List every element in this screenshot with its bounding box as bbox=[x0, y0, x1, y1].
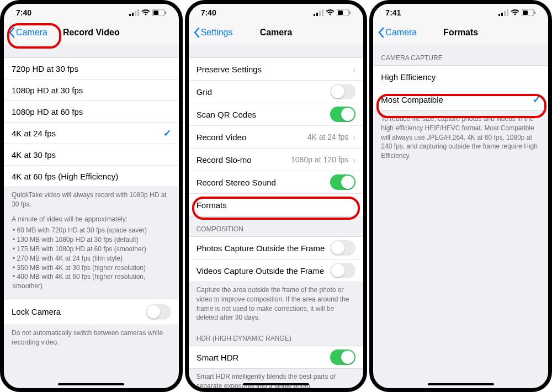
video-option-row[interactable]: 720p HD at 30 fps bbox=[4, 58, 179, 79]
format-option-row[interactable]: Most Compatible✓ bbox=[373, 88, 548, 110]
lock-camera-row[interactable]: Lock Camera bbox=[4, 299, 179, 325]
video-option-row[interactable]: 1080p HD at 60 fps bbox=[4, 100, 179, 122]
lock-camera-group: Lock Camera bbox=[4, 299, 179, 325]
svg-rect-7 bbox=[314, 14, 315, 16]
home-indicator[interactable] bbox=[428, 383, 494, 385]
chevron-left-icon bbox=[378, 27, 384, 38]
chevron-right-icon: › bbox=[353, 133, 355, 142]
svg-rect-0 bbox=[129, 14, 131, 16]
preserve-settings-row[interactable]: Preserve Settings › bbox=[189, 58, 364, 80]
content: CAMERA CAPTURE High EfficiencyMost Compa… bbox=[373, 45, 548, 388]
formats-row[interactable]: Formats › bbox=[189, 193, 364, 216]
home-indicator[interactable] bbox=[58, 383, 124, 385]
smart-hdr-row[interactable]: Smart HDR bbox=[189, 346, 364, 368]
content: Preserve Settings › Grid Scan QR Codes R… bbox=[189, 45, 364, 388]
row-value: 4K at 24 fps bbox=[307, 133, 349, 141]
option-label: 4K at 30 fps bbox=[12, 150, 56, 160]
format-option-row[interactable]: High Efficiency bbox=[373, 66, 548, 88]
row-label: Record Slo-mo bbox=[197, 155, 252, 165]
video-option-row[interactable]: 1080p HD at 30 fps bbox=[4, 79, 179, 100]
wifi-icon bbox=[511, 9, 519, 16]
grid-toggle[interactable] bbox=[330, 84, 355, 99]
videos-outside-row[interactable]: Videos Capture Outside the Frame bbox=[189, 259, 364, 282]
svg-rect-10 bbox=[322, 9, 323, 16]
option-label: 4K at 24 fps bbox=[12, 129, 56, 138]
row-label: Grid bbox=[197, 87, 212, 97]
option-label: High Efficiency bbox=[381, 72, 436, 82]
back-button[interactable]: Settings bbox=[193, 20, 233, 45]
battery-icon bbox=[152, 9, 167, 16]
composition-header: COMPOSITION bbox=[189, 216, 364, 236]
composition-group: Photos Capture Outside the Frame Videos … bbox=[189, 236, 364, 282]
lock-camera-footer: Do not automatically switch between came… bbox=[4, 325, 179, 351]
back-button[interactable]: Camera bbox=[378, 20, 417, 45]
stereo-sound-row[interactable]: Record Stereo Sound bbox=[189, 171, 364, 193]
checkmark-icon: ✓ bbox=[533, 94, 540, 105]
home-indicator[interactable] bbox=[243, 383, 309, 385]
back-label: Settings bbox=[201, 28, 233, 38]
composition-footer: Capture the area outside the frame of th… bbox=[189, 282, 364, 326]
grid-row[interactable]: Grid bbox=[189, 80, 364, 103]
svg-rect-9 bbox=[319, 11, 321, 16]
status-icons bbox=[498, 9, 536, 16]
smart-hdr-toggle[interactable] bbox=[330, 349, 355, 365]
status-time: 7:40 bbox=[16, 8, 31, 17]
row-label: Scan QR Codes bbox=[197, 110, 256, 119]
video-option-row[interactable]: 4K at 60 fps (High Efficiency) bbox=[4, 165, 179, 187]
row-label: Photos Capture Outside the Frame bbox=[197, 243, 325, 253]
svg-rect-5 bbox=[153, 10, 158, 15]
footer-bullet: 350 MB with 4K at 30 fps (higher resolut… bbox=[13, 263, 171, 273]
chevron-right-icon: › bbox=[353, 155, 355, 165]
signal-icon bbox=[498, 9, 508, 16]
option-label: 4K at 60 fps (High Efficiency) bbox=[12, 172, 118, 181]
back-button[interactable]: Camera bbox=[8, 20, 47, 45]
nav-bar: Camera Formats bbox=[373, 20, 548, 45]
phone-camera-settings: 7:40 Settings Camera Preserve Settings ›… bbox=[185, 0, 368, 392]
svg-rect-13 bbox=[349, 12, 351, 14]
row-label: Smart HDR bbox=[197, 353, 239, 362]
chevron-left-icon bbox=[193, 27, 200, 38]
status-bar: 7:40 bbox=[189, 4, 364, 20]
format-options-group: High EfficiencyMost Compatible✓ bbox=[373, 65, 548, 111]
video-option-row[interactable]: 4K at 30 fps bbox=[4, 144, 179, 165]
option-label: 1080p HD at 60 fps bbox=[12, 107, 83, 116]
phone-record-video: 7:40 Camera Record Video 720p HD at 30 f… bbox=[0, 0, 183, 392]
svg-rect-12 bbox=[338, 10, 343, 15]
svg-rect-16 bbox=[504, 11, 506, 16]
video-options-group: 720p HD at 30 fps1080p HD at 30 fps1080p… bbox=[4, 57, 179, 187]
nav-title: Record Video bbox=[63, 28, 120, 38]
row-value: 1080p at 120 fps bbox=[291, 155, 348, 164]
wifi-icon bbox=[141, 9, 150, 16]
photos-outside-toggle[interactable] bbox=[330, 240, 355, 256]
video-option-row[interactable]: 4K at 24 fps✓ bbox=[4, 122, 179, 144]
lock-camera-toggle[interactable] bbox=[146, 304, 171, 320]
row-label: Preserve Settings bbox=[197, 65, 262, 74]
scan-qr-toggle[interactable] bbox=[330, 107, 355, 122]
battery-icon bbox=[522, 9, 536, 16]
status-bar: 7:40 bbox=[4, 4, 179, 20]
nav-bar: Settings Camera bbox=[189, 20, 364, 45]
scan-qr-row[interactable]: Scan QR Codes bbox=[189, 103, 364, 125]
footer-bullet: 400 MB with 4K at 60 fps (higher resolut… bbox=[13, 272, 171, 291]
chevron-right-icon: › bbox=[353, 200, 355, 210]
content: 720p HD at 30 fps1080p HD at 30 fps1080p… bbox=[4, 45, 179, 388]
chevron-right-icon: › bbox=[353, 65, 355, 74]
footer-bullet: 175 MB with 1080p HD at 60 fps (smoother… bbox=[13, 245, 171, 254]
option-label: Most Compatible bbox=[381, 95, 443, 104]
record-slomo-row[interactable]: Record Slo-mo 1080p at 120 fps› bbox=[189, 148, 364, 171]
nav-title: Formats bbox=[443, 28, 478, 38]
videos-outside-toggle[interactable] bbox=[330, 263, 355, 278]
svg-rect-2 bbox=[135, 11, 136, 16]
record-video-row[interactable]: Record Video 4K at 24 fps› bbox=[189, 125, 364, 148]
lock-camera-label: Lock Camera bbox=[12, 307, 61, 316]
option-label: 720p HD at 30 fps bbox=[12, 64, 78, 73]
formats-footer: To reduce file size, capture photos and … bbox=[373, 111, 548, 164]
main-settings-group: Preserve Settings › Grid Scan QR Codes R… bbox=[189, 57, 364, 216]
row-label: Record Stereo Sound bbox=[197, 178, 276, 187]
photos-outside-row[interactable]: Photos Capture Outside the Frame bbox=[189, 237, 364, 259]
footer-bullet: 60 MB with 720p HD at 30 fps (space save… bbox=[13, 226, 171, 235]
status-icons bbox=[314, 9, 351, 16]
svg-rect-17 bbox=[507, 9, 508, 16]
svg-rect-19 bbox=[523, 10, 528, 15]
stereo-toggle[interactable] bbox=[330, 174, 355, 190]
